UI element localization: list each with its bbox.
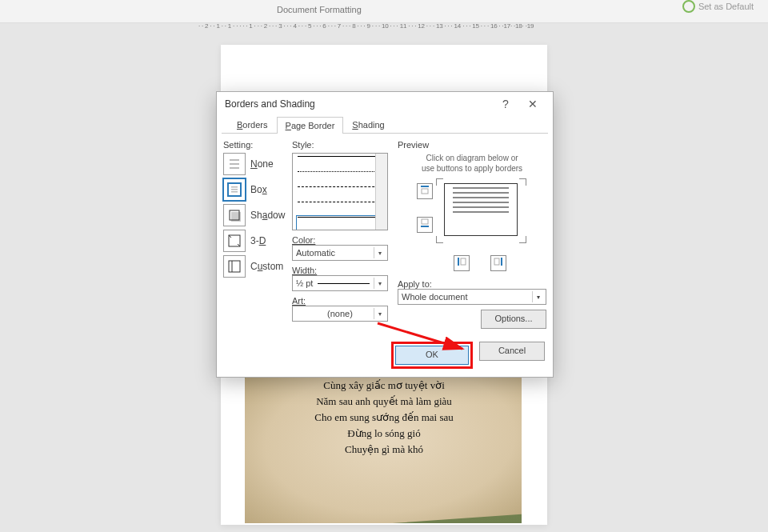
check-circle-icon bbox=[682, 0, 695, 13]
svg-rect-20 bbox=[494, 258, 499, 265]
svg-rect-12 bbox=[229, 261, 240, 272]
chevron-down-icon: ▾ bbox=[374, 308, 386, 319]
dialog-tabs: Borders Page Border Shading bbox=[222, 116, 548, 134]
set-default-label: Set as Default bbox=[698, 2, 754, 11]
horizontal-ruler[interactable]: · · 2 · · 1 · · 1 · · · · · 1 · · · 2 · … bbox=[198, 22, 768, 35]
setting-box[interactable]: Box bbox=[223, 178, 289, 201]
scrollbar[interactable] bbox=[375, 154, 387, 230]
art-dropdown[interactable]: (none)▾ bbox=[292, 306, 388, 322]
poem-line: Chuyện gì mà khó bbox=[221, 442, 547, 458]
svg-rect-15 bbox=[422, 189, 428, 194]
preview-page[interactable] bbox=[444, 183, 518, 236]
borders-shading-dialog: Borders and Shading ? ✕ Borders Page Bor… bbox=[216, 91, 554, 378]
apply-to-label: Apply to: bbox=[398, 279, 546, 289]
poem-line: Cùng xây giấc mơ tuyệt vời bbox=[221, 378, 547, 394]
border-top-button[interactable] bbox=[417, 183, 433, 199]
set-as-default-button[interactable]: Set as Default bbox=[682, 0, 754, 13]
poem-line: Đừng lo sóng gió bbox=[221, 426, 547, 442]
cancel-button[interactable]: Cancel bbox=[479, 342, 545, 361]
chevron-down-icon: ▾ bbox=[374, 278, 386, 289]
options-button[interactable]: Options... bbox=[481, 310, 546, 329]
width-dropdown[interactable]: ½ pt▾ bbox=[292, 275, 388, 291]
preview-hint: Click on diagram below oruse buttons to … bbox=[398, 153, 546, 174]
apply-to-dropdown[interactable]: Whole document▾ bbox=[398, 289, 546, 305]
preview-label: Preview bbox=[398, 140, 546, 150]
svg-rect-16 bbox=[422, 219, 428, 224]
svg-rect-5 bbox=[231, 189, 238, 190]
setting-custom[interactable]: Custom bbox=[223, 255, 289, 278]
annotation-highlight: OK bbox=[391, 342, 473, 369]
preview-diagram[interactable] bbox=[398, 178, 546, 274]
poem-line: Năm sau anh quyết mà làm giàu bbox=[221, 394, 547, 410]
svg-rect-19 bbox=[461, 258, 466, 265]
chevron-down-icon: ▾ bbox=[532, 291, 544, 302]
dialog-title: Borders and Shading bbox=[225, 98, 315, 110]
style-label: Style: bbox=[292, 140, 388, 150]
help-button[interactable]: ? bbox=[492, 92, 519, 116]
poem-line: Cho em sung sướng đến mai sau bbox=[221, 410, 547, 426]
ribbon-group-label: Document Formatting bbox=[277, 5, 362, 14]
svg-rect-6 bbox=[231, 191, 238, 193]
tab-shading[interactable]: Shading bbox=[343, 116, 393, 133]
ribbon-strip: Document Formatting Set as Default bbox=[0, 0, 768, 23]
tab-borders[interactable]: Borders bbox=[228, 116, 277, 133]
svg-rect-2 bbox=[230, 167, 239, 169]
setting-shadow[interactable]: Shadow bbox=[223, 204, 289, 226]
color-label: Color: bbox=[292, 235, 388, 245]
width-label: Width: bbox=[292, 266, 388, 275]
svg-rect-8 bbox=[231, 212, 241, 222]
svg-rect-4 bbox=[231, 186, 238, 188]
color-dropdown[interactable]: Automatic▾ bbox=[292, 245, 388, 261]
border-right-button[interactable] bbox=[490, 255, 506, 271]
chevron-down-icon: ▾ bbox=[374, 247, 386, 258]
setting-label: Setting: bbox=[223, 140, 289, 150]
border-bottom-button[interactable] bbox=[417, 217, 433, 233]
ok-button[interactable]: OK bbox=[395, 346, 469, 365]
style-listbox[interactable] bbox=[292, 153, 388, 230]
close-button[interactable]: ✕ bbox=[519, 92, 546, 116]
dialog-titlebar[interactable]: Borders and Shading ? ✕ bbox=[217, 92, 553, 116]
border-left-button[interactable] bbox=[454, 255, 470, 271]
svg-rect-0 bbox=[230, 159, 239, 161]
setting-none[interactable]: None bbox=[223, 153, 289, 175]
setting-3d[interactable]: 3-D bbox=[223, 230, 289, 252]
art-label: Art: bbox=[292, 296, 388, 306]
svg-rect-1 bbox=[230, 163, 239, 165]
tab-page-border[interactable]: Page Border bbox=[277, 117, 344, 134]
